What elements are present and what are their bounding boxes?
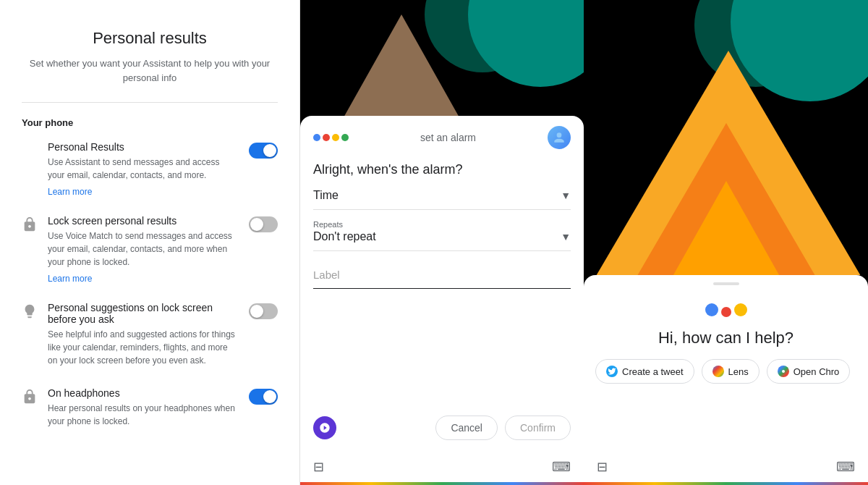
setting-title-lock-screen: Lock screen personal results	[48, 215, 239, 227]
dot-large-red	[721, 307, 731, 317]
suggestion-chips: Create a tweet Lens Open Chro	[584, 359, 868, 384]
setting-content-personal-results: Personal Results Use Assistant to send m…	[48, 141, 239, 198]
chip-lens-label: Lens	[728, 366, 749, 377]
toggle-suggestions[interactable]	[249, 303, 278, 319]
bottom-bar-middle: ⊟ ⌨	[300, 452, 584, 482]
learn-more-personal-results[interactable]: Learn more	[48, 187, 92, 197]
repeats-chevron-icon: ▼	[561, 231, 571, 242]
hamburger-icon-right[interactable]: ⊟	[597, 459, 608, 475]
setting-desc-headphones: Hear personal results on your headphones…	[48, 402, 239, 428]
lock-icon-headphones	[22, 389, 38, 405]
card-actions: Cancel Confirm	[300, 410, 584, 452]
setting-headphones: On headphones Hear personal results on y…	[22, 387, 278, 431]
twitter-icon	[606, 366, 618, 377]
setting-content-lock-screen: Lock screen personal results Use Voice M…	[48, 215, 239, 284]
triangle-small	[661, 181, 791, 275]
page-subtitle: Set whether you want your Assistant to h…	[22, 56, 278, 85]
section-label: Your phone	[22, 117, 278, 128]
toggle-knob-personal-results	[263, 144, 276, 157]
dot-blue	[313, 134, 320, 141]
dot-green	[341, 134, 349, 141]
dot-red	[323, 134, 330, 141]
label-input-group	[313, 263, 571, 289]
repeats-select[interactable]: Don't repeat ▼	[313, 230, 571, 251]
dot-yellow	[332, 134, 339, 141]
rainbow-bar-right	[584, 482, 868, 485]
bottom-bar-right: ⊟ ⌨	[584, 452, 868, 482]
setting-content-suggestions: Personal suggestions on lock screen befo…	[48, 302, 239, 370]
keyboard-icon-right[interactable]: ⌨	[836, 459, 855, 475]
toggle-personal-results[interactable]	[249, 143, 278, 159]
alarm-form: Time ▼ Repeats Don't repeat ▼	[300, 189, 584, 410]
assistant-logo-area	[584, 291, 868, 323]
google-dots-middle	[313, 134, 349, 141]
drag-handle[interactable]	[713, 282, 739, 285]
assistant-main-panel: Hi, how can I help? Create a tweet Lens …	[584, 0, 868, 485]
toggle-knob-headphones	[263, 390, 276, 403]
alarm-icon-button[interactable]	[313, 416, 336, 439]
learn-more-lock-screen[interactable]: Learn more	[48, 274, 92, 284]
lock-icon	[22, 216, 38, 232]
phone-background-right	[584, 0, 868, 275]
alarm-question: Alright, when's the alarm?	[300, 156, 584, 189]
svg-point-1	[782, 370, 785, 373]
setting-title-personal-results: Personal Results	[48, 141, 239, 153]
action-buttons: Cancel Confirm	[435, 416, 571, 440]
keyboard-icon[interactable]: ⌨	[552, 459, 571, 475]
cancel-button[interactable]: Cancel	[435, 416, 498, 440]
page-title: Personal results	[22, 29, 278, 48]
setting-title-suggestions: Personal suggestions on lock screen befo…	[48, 302, 239, 325]
setting-personal-results: Personal Results Use Assistant to send m…	[22, 141, 278, 198]
chip-tweet[interactable]: Create a tweet	[595, 359, 694, 384]
chip-chrome[interactable]: Open Chro	[767, 359, 851, 384]
setting-title-headphones: On headphones	[48, 387, 239, 399]
toggle-headphones[interactable]	[249, 389, 278, 405]
chip-tweet-label: Create a tweet	[622, 366, 684, 377]
rainbow-bar-middle	[300, 482, 584, 485]
chip-chrome-label: Open Chro	[793, 366, 840, 377]
lightbulb-icon	[22, 303, 38, 319]
query-text: set an alarm	[420, 132, 476, 143]
user-avatar	[548, 126, 571, 149]
personal-results-panel: Personal results Set whether you want yo…	[0, 0, 300, 485]
repeats-label: Repeats	[313, 220, 571, 229]
repeats-group: Repeats Don't repeat ▼	[313, 220, 571, 251]
label-input[interactable]	[313, 263, 571, 284]
bg-shape-teal	[468, 0, 584, 87]
chrome-icon	[778, 366, 789, 377]
repeats-value: Don't repeat	[313, 230, 376, 243]
setting-lock-screen: Lock screen personal results Use Voice M…	[22, 215, 278, 284]
dot-large-yellow	[734, 303, 747, 316]
time-group: Time ▼	[313, 189, 571, 210]
toggle-knob-lock-screen	[250, 218, 263, 231]
alarm-panel: set an alarm Alright, when's the alarm? …	[300, 0, 584, 485]
time-select[interactable]: Time ▼	[313, 189, 571, 210]
lens-icon	[712, 366, 724, 377]
section-divider	[22, 102, 278, 103]
setting-desc-suggestions: See helpful info and suggested actions f…	[48, 328, 239, 367]
phone-background-middle	[300, 0, 584, 116]
setting-suggestions: Personal suggestions on lock screen befo…	[22, 302, 278, 370]
bg-shape-brown	[336, 14, 467, 116]
dot-large-blue	[705, 303, 718, 316]
google-dots-large	[705, 303, 747, 317]
time-label: Time	[313, 189, 339, 202]
assistant-card-middle: set an alarm Alright, when's the alarm? …	[300, 116, 584, 485]
chip-lens[interactable]: Lens	[702, 359, 760, 384]
assistant-card-right: Hi, how can I help? Create a tweet Lens …	[584, 275, 868, 485]
no-icon	[22, 143, 38, 159]
svg-point-0	[557, 132, 562, 138]
time-chevron-icon: ▼	[561, 190, 571, 201]
setting-content-headphones: On headphones Hear personal results on y…	[48, 387, 239, 431]
assistant-header-middle: set an alarm	[300, 116, 584, 156]
hi-text: Hi, how can I help?	[584, 323, 868, 359]
toggle-lock-screen[interactable]	[249, 216, 278, 232]
hamburger-icon[interactable]: ⊟	[313, 459, 324, 475]
toggle-knob-suggestions	[250, 305, 263, 318]
confirm-button[interactable]: Confirm	[505, 416, 571, 440]
setting-desc-personal-results: Use Assistant to send messages and acces…	[48, 156, 239, 182]
setting-desc-lock-screen: Use Voice Match to send messages and acc…	[48, 229, 239, 269]
